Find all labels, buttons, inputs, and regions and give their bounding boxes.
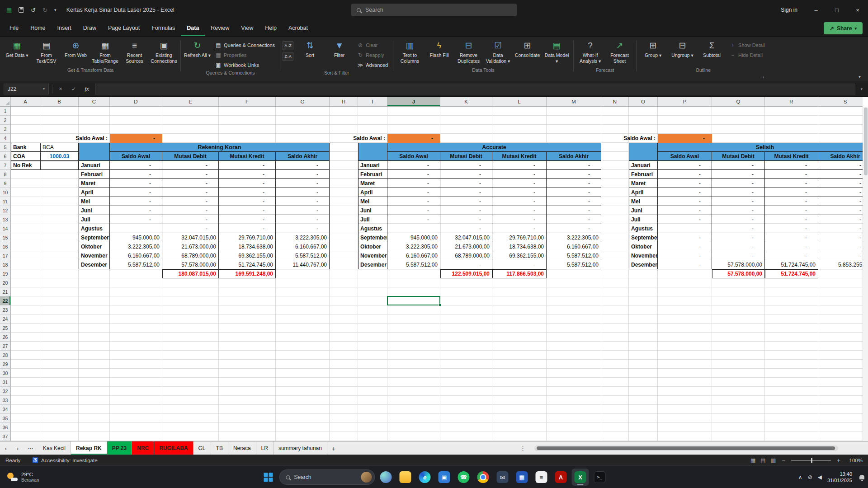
ribbon-what-if-analysis[interactable]: ?What-If Analysis ▾ xyxy=(576,38,604,67)
cell-D15[interactable]: 945.000,00 xyxy=(110,233,162,242)
column-header-D[interactable]: D xyxy=(110,97,162,106)
cell-D5[interactable]: Rekening Koran xyxy=(110,143,330,152)
ribbon-filter[interactable]: ▼Filter xyxy=(325,38,354,70)
cell-O12[interactable]: Juni xyxy=(629,206,658,215)
cell-P10[interactable]: - xyxy=(658,188,712,197)
column-header-L[interactable]: L xyxy=(492,97,547,106)
menu-tab-file[interactable]: File xyxy=(4,20,24,36)
tabs-scroll-right-icon[interactable]: › xyxy=(12,441,24,455)
cell-O11[interactable]: Mei xyxy=(629,197,658,206)
cell-Q10[interactable]: - xyxy=(712,188,765,197)
cell-B5[interactable]: BCA xyxy=(40,143,79,152)
cell-P4[interactable]: - xyxy=(658,134,712,143)
cell-C8[interactable]: Februari xyxy=(79,170,110,179)
cell-C17[interactable]: November xyxy=(79,251,110,260)
cell-N4[interactable]: Saldo Awal : xyxy=(601,134,658,143)
column-header-A[interactable]: A xyxy=(11,97,40,106)
cell-S18[interactable]: 5.853.255,00 xyxy=(818,260,863,269)
cell-L14[interactable]: - xyxy=(492,224,547,233)
cell-L17[interactable]: 69.362.155,00 xyxy=(492,251,547,260)
row-header-12[interactable]: 12 xyxy=(0,206,11,215)
cell-L13[interactable]: - xyxy=(492,215,547,224)
cell-I8[interactable]: Februari xyxy=(358,170,387,179)
cell-L11[interactable]: - xyxy=(492,197,547,206)
page-break-view-icon[interactable]: ▥ xyxy=(771,457,776,464)
cell-E19[interactable]: 180.087.015,00 xyxy=(162,269,219,278)
cell-O9[interactable]: Maret xyxy=(629,179,658,188)
cell-P13[interactable]: - xyxy=(658,215,712,224)
cell-J7[interactable]: - xyxy=(387,161,440,170)
cell-S6[interactable]: Saldo Akhir xyxy=(818,152,863,161)
row-header-14[interactable]: 14 xyxy=(0,224,11,233)
cell-M8[interactable]: - xyxy=(547,170,601,179)
cell-S8[interactable]: - xyxy=(818,170,863,179)
cell-M6[interactable]: Saldo Akhir xyxy=(547,152,601,161)
cell-I18[interactable]: Desember xyxy=(358,260,387,269)
name-box[interactable]: J22 ▾ xyxy=(4,84,49,94)
taskbar-app-acrobat[interactable]: A xyxy=(552,469,570,486)
ribbon-forecast-sheet[interactable]: ↗Forecast Sheet xyxy=(605,38,634,67)
cell-M18[interactable]: 5.587.512,00 xyxy=(547,260,601,269)
cell-G10[interactable]: - xyxy=(276,188,330,197)
sheet-tab-gl[interactable]: GL xyxy=(193,441,211,455)
cell-G15[interactable]: 3.222.305,00 xyxy=(276,233,330,242)
cell-D13[interactable]: - xyxy=(110,215,162,224)
cell-C7[interactable]: Januari xyxy=(79,161,110,170)
row-header-1[interactable]: 1 xyxy=(0,107,11,116)
cell-M16[interactable]: 6.160.667,00 xyxy=(547,242,601,251)
sheet-tab-kas-kecil[interactable]: Kas Kecil xyxy=(38,441,71,455)
cell-M7[interactable]: - xyxy=(547,161,601,170)
row-header-9[interactable]: 9 xyxy=(0,179,11,188)
cell-C14[interactable]: Agustus xyxy=(79,224,110,233)
cell-S11[interactable]: - xyxy=(818,197,863,206)
save-icon[interactable] xyxy=(19,7,24,13)
insert-function-icon[interactable]: fx xyxy=(82,85,92,93)
cell-F7[interactable]: - xyxy=(219,161,276,170)
ribbon-hide-detail[interactable]: −Hide Detail xyxy=(727,50,768,60)
cell-I5[interactable] xyxy=(358,143,387,161)
cell-Q18[interactable]: 57.578.000,00 xyxy=(712,260,765,269)
ribbon-show-detail[interactable]: +Show Detail xyxy=(727,40,768,50)
cell-G6[interactable]: Saldo Akhir xyxy=(276,152,330,161)
cell-E11[interactable]: - xyxy=(162,197,219,206)
cell-P18[interactable]: - xyxy=(658,260,712,269)
cell-F14[interactable]: - xyxy=(219,224,276,233)
scrollbar-thumb[interactable] xyxy=(864,108,868,175)
cell-P16[interactable]: - xyxy=(658,242,712,251)
cell-Q16[interactable]: - xyxy=(712,242,765,251)
cell-M15[interactable]: 3.222.305,00 xyxy=(547,233,601,242)
column-header-H[interactable]: H xyxy=(330,97,358,106)
cell-Q13[interactable]: - xyxy=(712,215,765,224)
cell-I11[interactable]: Mei xyxy=(358,197,387,206)
menu-tab-review[interactable]: Review xyxy=(205,20,235,36)
cell-P9[interactable]: - xyxy=(658,179,712,188)
cell-L16[interactable]: 18.734.638,00 xyxy=(492,242,547,251)
cell-R14[interactable]: - xyxy=(765,224,818,233)
cell-S7[interactable]: - xyxy=(818,161,863,170)
cell-I10[interactable]: April xyxy=(358,188,387,197)
cell-R10[interactable]: - xyxy=(765,188,818,197)
cell-I13[interactable]: Juli xyxy=(358,215,387,224)
enter-icon[interactable]: ✓ xyxy=(69,86,79,92)
cell-G8[interactable]: - xyxy=(276,170,330,179)
row-header-24[interactable]: 24 xyxy=(0,314,11,324)
cell-J5[interactable]: Accurate xyxy=(387,143,601,152)
cell-E13[interactable]: - xyxy=(162,215,219,224)
page-layout-view-icon[interactable]: ▤ xyxy=(760,457,765,464)
undo-icon[interactable]: ↺ xyxy=(31,7,36,14)
cell-J18[interactable]: 5.587.512,00 xyxy=(387,260,440,269)
share-button[interactable]: ↗ Share ▾ xyxy=(824,22,863,34)
ribbon-flash-fill[interactable]: ϟFlash Fill xyxy=(425,38,453,67)
row-header-32[interactable]: 32 xyxy=(0,387,11,396)
ribbon-workbook-links[interactable]: ▣Workbook Links xyxy=(212,60,278,70)
cell-K13[interactable]: - xyxy=(440,215,492,224)
cell-P17[interactable]: - xyxy=(658,251,712,260)
cell-D6[interactable]: Saldo Awal xyxy=(110,152,162,161)
row-header-13[interactable]: 13 xyxy=(0,215,11,224)
cell-O7[interactable]: Januari xyxy=(629,161,658,170)
column-header-C[interactable]: C xyxy=(79,97,110,106)
column-header-Q[interactable]: Q xyxy=(712,97,765,106)
taskbar-app-calculator[interactable]: ▦ xyxy=(514,469,531,486)
redo-icon[interactable]: ↻ xyxy=(42,7,47,14)
cell-G16[interactable]: 6.160.667,00 xyxy=(276,242,330,251)
